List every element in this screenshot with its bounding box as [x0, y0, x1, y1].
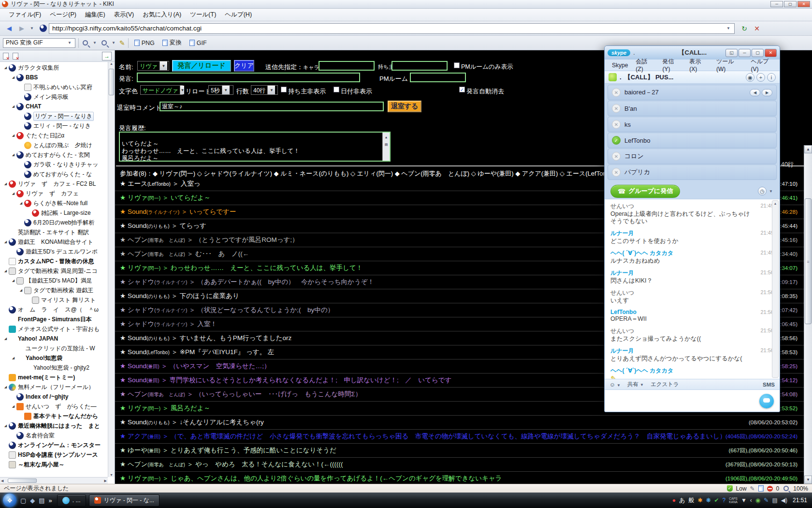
owner-input[interactable] [392, 61, 448, 71]
expand-triangle-icon[interactable]: ◢ [3, 182, 8, 186]
expand-triangle-icon[interactable]: ◢ [11, 279, 16, 283]
zoom-icon[interactable] [783, 486, 789, 491]
tree-item[interactable]: ◢ 【遊戯王5D's MAD】満足 [0, 276, 108, 285]
expand-triangle-icon[interactable]: ◢ [3, 66, 8, 70]
page-icon[interactable] [758, 485, 764, 492]
convert-button[interactable]: GIF [187, 38, 210, 48]
tray-icon[interactable]: ◉ [755, 497, 760, 503]
refresh-icon[interactable]: ↻ [740, 24, 749, 33]
emoticon-button[interactable]: ☺ ▼ [609, 382, 621, 388]
tray-icon[interactable]: ? [723, 497, 726, 503]
quick-launch-icon[interactable]: » [49, 497, 52, 504]
tree-item[interactable]: meet-me(ミートミー) [0, 373, 108, 382]
go-arrow-icon[interactable]: → [102, 52, 112, 60]
tray-icon[interactable]: ● [672, 497, 676, 503]
skype-close-button[interactable]: ✕ [765, 49, 777, 57]
tray-icon[interactable]: ✱ [697, 497, 702, 503]
forward-button[interactable]: ▶ [16, 23, 27, 34]
tree-item[interactable]: Yahoo!知恵袋 - ghjty2 [0, 363, 108, 373]
main-vertical-scrollbar[interactable]: ▲ ≡ ▼ [804, 145, 812, 484]
tray-icon[interactable]: ‹ [750, 497, 752, 503]
skype-contact-row[interactable]: ✓ LefTonbo ◀▶ [608, 133, 777, 148]
tree-item[interactable]: ◢ BBS [0, 73, 108, 82]
quick-launch-icon[interactable]: ◆ [30, 497, 35, 504]
skype-minimize-button[interactable]: ─ [739, 49, 751, 57]
url-dropdown-icon[interactable]: ▼ [725, 26, 731, 30]
expand-triangle-icon[interactable]: ◢ [11, 404, 16, 408]
skype-contact-row[interactable]: ✕ B'an ◀▶ [608, 101, 777, 116]
sidebar-vertical-scrollbar[interactable]: ▲ ▼ [108, 62, 115, 477]
taskbar-button-kiki[interactable]: リヴァ - 閃一 - な... [89, 494, 160, 507]
search-icon[interactable] [83, 40, 88, 45]
scroll-thumb[interactable]: ≡ [805, 198, 812, 324]
history-dropdown-icon[interactable]: ▼ [768, 189, 774, 194]
tree-item[interactable]: ◢ タグで動画検索 満足同盟-ニコ [0, 266, 108, 276]
pmroom-input[interactable] [410, 73, 466, 82]
skype-menu-item[interactable]: ヘルプ(V) [747, 57, 780, 74]
delete-all-icon[interactable] [13, 53, 18, 60]
tree-item[interactable]: 基本テキトーなんだから [0, 411, 108, 421]
dest-chara-input[interactable] [319, 61, 375, 71]
tree-item[interactable]: 雑記帳 - Large-size [0, 208, 108, 218]
quick-launch-icon[interactable]: ▤ [39, 497, 44, 504]
tree-item[interactable]: FrontPage - Simutrans日本 [0, 314, 108, 324]
back-button[interactable]: ◀ [4, 23, 14, 34]
next-arrow-icon[interactable]: ▶ [762, 89, 772, 96]
skype-menu-item[interactable]: 発信(Y) [659, 57, 685, 74]
tree-item[interactable]: ◢ タグで動画検索 遊戯王 [0, 285, 108, 295]
exit-comment-input[interactable]: 退室～♪ [160, 102, 384, 111]
tree-item[interactable]: 名倉待合室 [0, 431, 108, 440]
menu-item[interactable]: ツール(T) [186, 9, 220, 20]
close-button[interactable]: ✕ [798, 1, 810, 7]
tray-icon[interactable]: ▼ [741, 497, 747, 503]
tree-item[interactable]: メイン掲示板 [0, 92, 108, 102]
menu-item[interactable]: ヘルプ(H) [221, 9, 256, 20]
pm-only-checkbox[interactable] [454, 62, 460, 68]
tree-item[interactable]: メテオス公式サイト - 宇宙おも [0, 324, 108, 334]
delete-page-icon[interactable] [3, 53, 9, 60]
tree-item[interactable]: 遊戯王5D's デュエルワンポ [0, 247, 108, 256]
url-input[interactable]: http://hpcgi3.nifty.com/kaito55/charchat… [49, 23, 735, 34]
expand-triangle-icon[interactable]: ◢ [11, 192, 16, 195]
skype-menu-item[interactable]: Skype [609, 61, 631, 70]
tree-item[interactable]: ◢ 無料メール（フリーメール） [0, 382, 108, 392]
tray-icon[interactable]: あ [679, 497, 685, 503]
tree-item[interactable]: 英語翻訳 - エキサイト 翻訳 [0, 227, 108, 237]
tree-item[interactable]: 不明ふめいめいふ冥府 [0, 82, 108, 92]
reload-sec-select[interactable]: 5秒 ▼ [208, 85, 233, 95]
menu-item[interactable]: お気に入り(A) [139, 9, 185, 20]
convert-button[interactable]: 変換 [160, 38, 185, 48]
history-dropdown-icon[interactable]: ▼ [29, 26, 35, 30]
tree-item[interactable]: ◢ Yahoo! JAPAN [0, 334, 108, 344]
edit-icon[interactable]: ✎ [750, 485, 755, 492]
hide-date-checkbox[interactable] [334, 87, 339, 92]
expand-triangle-icon[interactable]: ◢ [11, 153, 16, 157]
lines-select[interactable]: 40行 ▼ [251, 85, 278, 95]
highlighter-icon[interactable]: ✎ [119, 39, 125, 47]
zoom-search-icon[interactable] [102, 40, 107, 45]
sidebar-horizontal-scrollbar[interactable]: ◀▶ [0, 477, 108, 484]
history-scrollbar[interactable]: ▲▤ [382, 133, 390, 161]
expand-triangle-icon[interactable]: ◢ [3, 337, 8, 341]
tree-item[interactable]: カスタムNPC - 冒険者の休息 [0, 256, 108, 266]
tree-item[interactable]: ◢ 最近幽体離脱にはまった まと [0, 421, 108, 431]
expand-triangle-icon[interactable]: ◢ [18, 288, 24, 292]
tree-item[interactable]: ユークリッドの互除法 - W [0, 344, 108, 353]
tray-icon[interactable]: ▤ [772, 497, 777, 503]
scroll-down-icon[interactable]: ▼ [804, 476, 812, 484]
clear-button[interactable]: クリア [234, 60, 254, 72]
search-dropdown-icon[interactable]: ▼ [92, 41, 98, 45]
skype-contact-row[interactable]: ✕ コロン ◀▶ [608, 149, 777, 164]
tree-item[interactable]: ◢ ガラクタ収集所 [0, 63, 108, 73]
skype-message-input[interactable] [605, 389, 780, 412]
convert-combo[interactable]: PNG 変換 GIF ▼ [3, 38, 75, 48]
tree-item[interactable]: めておすがらくた - な [0, 169, 108, 179]
expand-triangle-icon[interactable]: ◢ [11, 75, 16, 79]
tree-item[interactable]: ◢ リヴァ ず カフェ [0, 189, 108, 198]
color-select[interactable]: サードノヴァ ▼ [140, 85, 183, 95]
expand-triangle-icon[interactable]: ◢ [3, 269, 8, 273]
tree-item[interactable]: マイリスト 舞リスト [0, 295, 108, 305]
minimize-button[interactable]: ─ [770, 1, 783, 7]
tree-item[interactable]: 6月20日のweb拍手解析 [0, 218, 108, 227]
post-reload-button[interactable]: 発言／リロード [172, 60, 231, 72]
